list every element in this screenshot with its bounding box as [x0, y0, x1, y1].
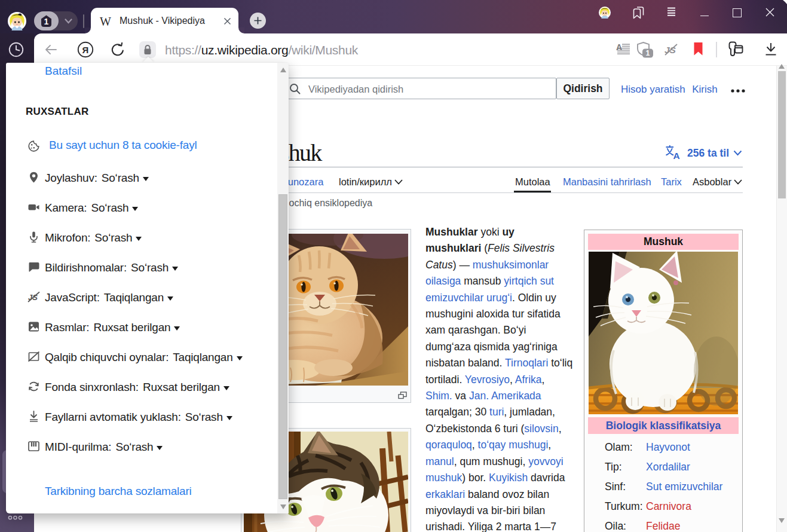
svg-text:1: 1 [646, 49, 650, 57]
svg-text:Я: Я [82, 45, 89, 55]
svg-text:1: 1 [44, 17, 49, 26]
svg-text:A: A [673, 151, 680, 160]
svg-text:A: A [616, 42, 622, 52]
